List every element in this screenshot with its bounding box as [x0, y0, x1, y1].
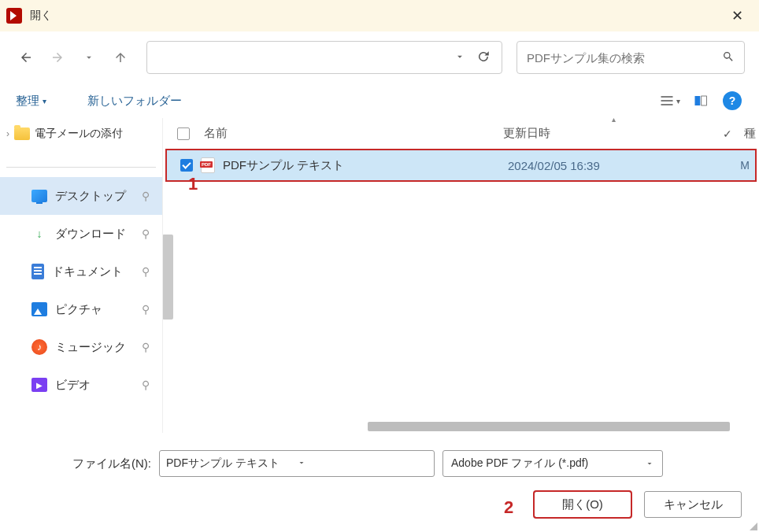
- navigation-pane: › 電子メールの添付 デスクトップ ⚲ ↓ ダウンロード ⚲ ドキュメント ⚲: [0, 118, 162, 433]
- sidebar-item-pictures[interactable]: ピクチャ ⚲: [0, 290, 162, 328]
- sidebar-item-label: ビデオ: [55, 378, 91, 393]
- help-button[interactable]: ?: [720, 88, 745, 113]
- sort-indicator-icon: ▴: [612, 115, 616, 124]
- sidebar-item-videos[interactable]: ▶ ビデオ ⚲: [0, 366, 162, 404]
- nav-row: [0, 31, 759, 83]
- pdf-icon: [201, 157, 215, 173]
- pin-icon: ⚲: [142, 379, 150, 391]
- filename-row: ファイル名(N): PDFサンプル テキスト Adobe PDF ファイル (*…: [17, 450, 742, 477]
- chevron-down-icon: [454, 51, 465, 62]
- search-button[interactable]: [722, 50, 735, 65]
- file-list-pane: 名前 更新日時 ▴ ✓ 種 PDFサンプル テキスト 2024/02/05 16…: [162, 118, 759, 433]
- sidebar-item-documents[interactable]: ドキュメント ⚲: [0, 253, 162, 290]
- quick-access-list: デスクトップ ⚲ ↓ ダウンロード ⚲ ドキュメント ⚲ ピクチャ ⚲ ♪ ミュ…: [0, 177, 162, 404]
- filename-input[interactable]: PDFサンプル テキスト: [159, 450, 435, 477]
- search-bar[interactable]: [516, 41, 745, 74]
- chevron-down-icon: [645, 459, 654, 468]
- music-icon: ♪: [31, 339, 47, 355]
- video-icon: ▶: [31, 378, 47, 392]
- picture-icon: [31, 302, 47, 316]
- cancel-button[interactable]: キャンセル: [644, 491, 742, 518]
- preview-pane-button[interactable]: [688, 88, 713, 113]
- download-icon: ↓: [31, 226, 47, 242]
- open-label: 開く(O): [562, 497, 603, 512]
- app-icon: [6, 8, 22, 24]
- file-type-filter[interactable]: Adobe PDF ファイル (*.pdf): [442, 450, 663, 477]
- address-bar[interactable]: [146, 41, 502, 74]
- column-headers: 名前 更新日時 ▴ ✓ 種: [163, 118, 759, 150]
- filename-dropdown[interactable]: [297, 457, 428, 470]
- resize-grip[interactable]: [748, 521, 757, 530]
- pin-icon: ⚲: [142, 227, 150, 240]
- horizontal-scrollbar[interactable]: [368, 422, 730, 431]
- refresh-button[interactable]: [472, 50, 495, 66]
- filename-label: ファイル名(N):: [17, 456, 151, 471]
- annotation-1: 1: [188, 174, 198, 194]
- file-checkbox[interactable]: [180, 159, 193, 172]
- organize-button[interactable]: 整理 ▾: [14, 91, 48, 112]
- pin-icon: ⚲: [142, 303, 150, 316]
- arrow-right-icon: [50, 50, 65, 65]
- organize-label: 整理: [16, 94, 39, 109]
- new-folder-label: 新しいフォルダー: [87, 94, 182, 109]
- column-name[interactable]: 名前: [204, 126, 503, 141]
- new-folder-button[interactable]: 新しいフォルダー: [86, 91, 183, 112]
- column-date[interactable]: 更新日時: [503, 126, 661, 141]
- dropdown-icon: ▾: [43, 97, 46, 105]
- tree-item-attachments[interactable]: › 電子メールの添付: [0, 118, 162, 150]
- filename-value: PDFサンプル テキスト: [166, 456, 297, 471]
- refresh-icon: [476, 50, 491, 64]
- file-row[interactable]: PDFサンプル テキスト 2024/02/05 16:39 M: [166, 150, 756, 181]
- sidebar-item-downloads[interactable]: ↓ ダウンロード ⚲: [0, 215, 162, 253]
- search-icon: [722, 50, 735, 63]
- button-row: 開く(O) キャンセル: [17, 491, 742, 518]
- file-date: 2024/02/05 16:39: [508, 159, 665, 172]
- open-button[interactable]: 開く(O): [534, 491, 631, 518]
- folder-icon: [14, 127, 30, 140]
- pin-icon: ⚲: [142, 341, 150, 353]
- filter-value: Adobe PDF ファイル (*.pdf): [451, 456, 645, 471]
- arrow-left-icon: [19, 50, 33, 65]
- sidebar-item-music[interactable]: ♪ ミュージック ⚲: [0, 328, 162, 366]
- dropdown-icon: ▾: [676, 97, 680, 105]
- sidebar-item-label: ミュージック: [55, 340, 126, 355]
- chevron-down-icon: [297, 458, 306, 467]
- forward-button[interactable]: [46, 46, 69, 69]
- cancel-label: キャンセル: [664, 497, 723, 512]
- titlebar: 開く ✕: [0, 0, 759, 31]
- sidebar-item-label: デスクトップ: [55, 189, 126, 204]
- select-all-checkbox[interactable]: [177, 127, 190, 140]
- chevron-down-icon: [83, 52, 94, 63]
- help-icon: ?: [723, 91, 742, 110]
- sidebar-item-desktop[interactable]: デスクトップ ⚲: [0, 177, 162, 215]
- list-view-icon: [659, 93, 675, 109]
- bottom-panel: ファイル名(N): PDFサンプル テキスト Adobe PDF ファイル (*…: [0, 441, 759, 532]
- pin-icon: ⚲: [142, 190, 150, 202]
- file-name: PDFサンプル テキスト: [223, 158, 508, 173]
- search-input[interactable]: [527, 51, 722, 65]
- divider: [6, 167, 156, 168]
- document-icon: [31, 264, 44, 279]
- check-icon: ✓: [723, 127, 732, 140]
- window-title: 開く: [30, 9, 52, 23]
- desktop-icon: [31, 190, 47, 202]
- main-area: › 電子メールの添付 デスクトップ ⚲ ↓ ダウンロード ⚲ ドキュメント ⚲: [0, 118, 759, 433]
- chevron-right-icon: ›: [6, 128, 9, 139]
- svg-rect-1: [702, 96, 707, 105]
- close-button[interactable]: ✕: [721, 0, 753, 31]
- file-type: M: [740, 159, 756, 172]
- back-button[interactable]: [14, 46, 38, 69]
- sidebar-item-label: ダウンロード: [55, 227, 126, 242]
- tree-item-label: 電子メールの添付: [35, 127, 123, 141]
- sidebar-item-label: ドキュメント: [52, 264, 123, 279]
- column-type[interactable]: 種: [744, 126, 759, 141]
- up-button[interactable]: [109, 46, 132, 69]
- arrow-up-icon: [113, 50, 128, 65]
- address-dropdown[interactable]: [448, 51, 472, 65]
- sidebar-item-label: ピクチャ: [55, 302, 102, 317]
- svg-rect-0: [695, 96, 701, 105]
- recent-dropdown[interactable]: [77, 46, 101, 69]
- toolbar: 整理 ▾ 新しいフォルダー ▾ ?: [0, 83, 759, 118]
- view-mode-button[interactable]: ▾: [657, 88, 682, 113]
- pin-icon: ⚲: [142, 265, 150, 278]
